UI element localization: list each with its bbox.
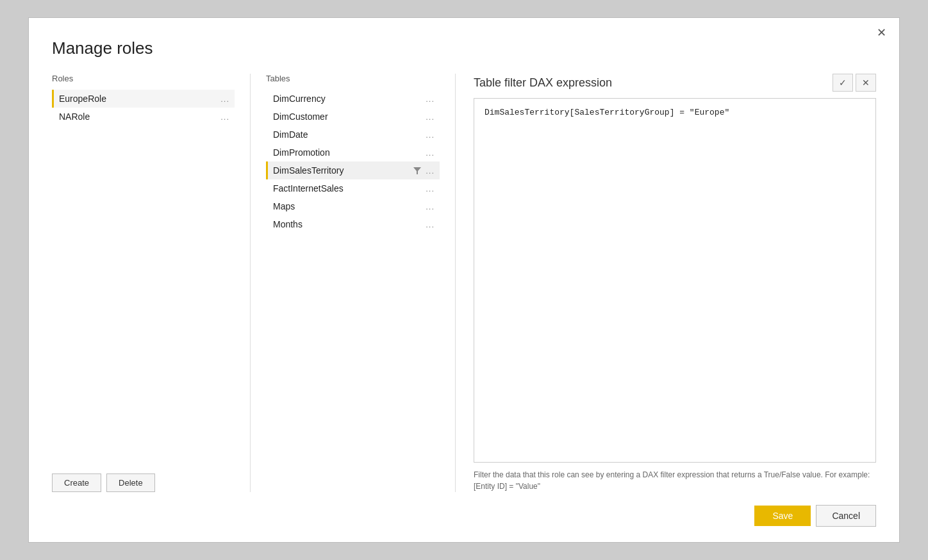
role-item[interactable]: NARole...	[52, 108, 235, 126]
table-name: DimDate	[273, 129, 308, 140]
roles-buttons: Create Delete	[52, 474, 235, 492]
table-name: DimCustomer	[273, 111, 328, 122]
cancel-button[interactable]: Cancel	[816, 505, 876, 527]
table-item[interactable]: Months...	[266, 215, 440, 233]
table-name: FactInternetSales	[273, 183, 344, 194]
table-name: Months	[273, 219, 302, 229]
dax-header: Table filter DAX expression ✓ ✕	[474, 74, 876, 92]
dialog-title: Manage roles	[52, 38, 876, 58]
dax-panel: Table filter DAX expression ✓ ✕ Filter t…	[456, 74, 876, 492]
role-name: EuropeRole	[59, 94, 106, 104]
table-item[interactable]: Maps...	[266, 197, 440, 215]
table-name: DimPromotion	[273, 147, 330, 158]
table-menu-icon[interactable]: ...	[426, 184, 435, 194]
table-item[interactable]: DimCurrency...	[266, 90, 440, 108]
close-button[interactable]: ✕	[874, 26, 889, 40]
dialog-footer: Save Cancel	[52, 505, 876, 527]
table-item[interactable]: DimPromotion...	[266, 144, 440, 161]
table-menu-icon[interactable]: ...	[426, 94, 435, 104]
dax-hint: Filter the data that this role can see b…	[474, 469, 876, 492]
save-button[interactable]: Save	[754, 506, 811, 526]
tables-heading: Tables	[266, 74, 440, 83]
tables-list: DimCurrency...DimCustomer...DimDate...Di…	[266, 90, 440, 233]
role-menu-icon[interactable]: ...	[220, 112, 229, 122]
table-menu-icon[interactable]: ...	[426, 130, 435, 140]
table-menu-icon[interactable]: ...	[426, 220, 435, 229]
table-menu-icon[interactable]: ...	[426, 112, 435, 122]
roles-heading: Roles	[52, 74, 235, 83]
role-menu-icon[interactable]: ...	[220, 94, 229, 104]
table-item[interactable]: DimSalesTerritory...	[266, 161, 440, 179]
table-name: Maps	[273, 201, 295, 211]
dax-expression-editor[interactable]	[474, 98, 876, 463]
tables-panel: Tables DimCurrency...DimCustomer...DimDa…	[251, 74, 456, 492]
dax-actions: ✓ ✕	[833, 74, 876, 92]
role-name: NARole	[59, 111, 90, 122]
table-name: DimSalesTerritory	[273, 165, 344, 176]
dax-cancel-button[interactable]: ✕	[856, 74, 876, 92]
table-item[interactable]: FactInternetSales...	[266, 179, 440, 197]
roles-panel: Roles EuropeRole...NARole... Create Dele…	[52, 74, 251, 492]
roles-list: EuropeRole...NARole...	[52, 90, 235, 459]
dax-confirm-button[interactable]: ✓	[833, 74, 853, 92]
table-item[interactable]: DimDate...	[266, 126, 440, 144]
table-item[interactable]: DimCustomer...	[266, 108, 440, 126]
filter-icon	[413, 166, 422, 175]
dialog-body: Roles EuropeRole...NARole... Create Dele…	[52, 74, 876, 492]
table-name: DimCurrency	[273, 94, 326, 104]
dax-title: Table filter DAX expression	[474, 76, 612, 90]
delete-role-button[interactable]: Delete	[106, 474, 155, 492]
svg-marker-0	[413, 167, 421, 174]
role-item[interactable]: EuropeRole...	[52, 90, 235, 108]
table-menu-icon[interactable]: ...	[426, 148, 435, 158]
create-role-button[interactable]: Create	[52, 474, 101, 492]
manage-roles-dialog: ✕ Manage roles Roles EuropeRole...NARole…	[28, 17, 900, 543]
table-menu-icon[interactable]: ...	[426, 166, 435, 176]
table-menu-icon[interactable]: ...	[426, 202, 435, 211]
